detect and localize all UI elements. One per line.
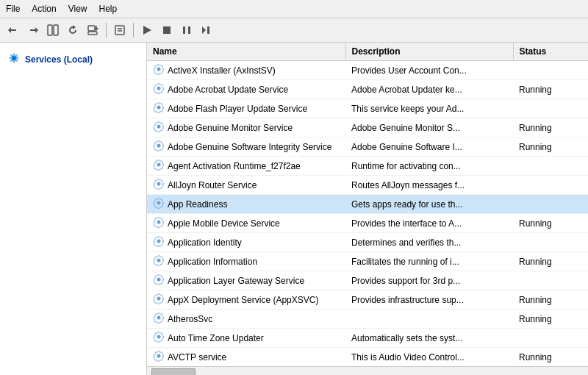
svg-point-23 <box>157 125 161 129</box>
table-row[interactable]: AVCTP serviceThis is Audio Video Control… <box>147 348 588 367</box>
svg-rect-15 <box>183 26 185 34</box>
table-row[interactable]: Adobe Acrobat Update ServiceAdobe Acroba… <box>147 80 588 99</box>
service-description: Adobe Genuine Monitor S... <box>345 118 513 138</box>
svg-point-33 <box>157 316 161 320</box>
menu-file[interactable]: File <box>0 2 26 15</box>
service-description: Provides User Account Con... <box>345 61 513 80</box>
service-description: Adobe Genuine Software I... <box>345 138 513 157</box>
service-name-wrapper: Auto Time Zone Updater <box>153 331 340 345</box>
back-button[interactable] <box>4 21 22 39</box>
service-description: Determines and verifies th... <box>345 233 513 252</box>
service-gear-icon <box>153 63 165 77</box>
svg-rect-14 <box>163 26 171 34</box>
service-name-text: Adobe Acrobat Update Service <box>168 85 288 95</box>
table-row[interactable]: ActiveX Installer (AxInstSV)Provides Use… <box>147 61 588 80</box>
service-name-text: AppX Deployment Service (AppXSVC) <box>168 295 318 305</box>
service-status: Running <box>513 290 588 310</box>
show-hide-icon <box>47 24 59 36</box>
table-row[interactable]: Auto Time Zone UpdaterAutomatically sets… <box>147 329 588 348</box>
svg-rect-5 <box>54 25 58 35</box>
table-row[interactable]: AllJoyn Router ServiceRoutes AllJoyn mes… <box>147 176 588 195</box>
table-row[interactable]: Application InformationFacilitates the r… <box>147 252 588 271</box>
service-description: Adobe Acrobat Updater ke... <box>345 80 513 99</box>
show-hide-button[interactable] <box>44 21 62 39</box>
service-name-cell: Application Identity <box>147 233 345 252</box>
table-row[interactable]: AtherosSvcRunning <box>147 310 588 329</box>
service-gear-icon <box>153 293 165 307</box>
start-icon <box>142 25 152 35</box>
table-row[interactable]: Adobe Flash Player Update ServiceThis se… <box>147 99 588 118</box>
menu-action[interactable]: Action <box>26 2 62 15</box>
main-container: Services (Local) Name Description Status… <box>0 43 588 375</box>
menu-help[interactable]: Help <box>93 2 123 15</box>
start-service-button[interactable] <box>138 21 156 39</box>
service-description: Runtime for activating con... <box>345 157 513 176</box>
service-gear-icon <box>153 254 165 268</box>
table-header-row: Name Description Status <box>147 43 588 61</box>
table-row[interactable]: Adobe Genuine Software Integrity Service… <box>147 138 588 157</box>
service-gear-icon <box>153 331 165 345</box>
horizontal-scrollbar[interactable] <box>147 366 588 375</box>
svg-point-22 <box>157 106 161 110</box>
menu-view[interactable]: View <box>62 2 93 15</box>
service-name-cell: AppX Deployment Service (AppXSVC) <box>147 290 345 310</box>
service-name-wrapper: Application Identity <box>153 235 340 249</box>
properties-button[interactable] <box>111 21 129 39</box>
refresh-button[interactable] <box>64 21 82 39</box>
service-description: Provides infrastructure sup... <box>345 290 513 310</box>
back-icon <box>7 24 19 36</box>
table-row[interactable]: Application Layer Gateway ServiceProvide… <box>147 271 588 290</box>
service-gear-icon <box>153 350 165 364</box>
table-row[interactable]: Agent Activation Runtime_f27f2aeRuntime … <box>147 157 588 176</box>
service-name-wrapper: ActiveX Installer (AxInstSV) <box>153 63 340 77</box>
service-gear-icon <box>153 140 165 154</box>
service-name-cell: Apple Mobile Device Service <box>147 214 345 233</box>
service-name-cell: Adobe Flash Player Update Service <box>147 99 345 118</box>
service-gear-icon <box>153 101 165 115</box>
service-name-wrapper: AppX Deployment Service (AppXSVC) <box>153 293 340 307</box>
svg-marker-3 <box>35 27 38 33</box>
services-table: Name Description Status ActiveX Installe… <box>147 43 588 366</box>
table-row[interactable]: Adobe Genuine Monitor ServiceAdobe Genui… <box>147 118 588 138</box>
stop-service-button[interactable] <box>158 21 176 39</box>
table-row[interactable]: Application IdentityDetermines and verif… <box>147 233 588 252</box>
forward-button[interactable] <box>24 21 42 39</box>
service-name-text: Apple Mobile Device Service <box>168 218 280 229</box>
svg-point-28 <box>157 221 161 224</box>
hscroll-thumb[interactable] <box>151 368 196 376</box>
column-header-status[interactable]: Status <box>513 43 588 61</box>
pause-service-button[interactable] <box>178 21 196 39</box>
table-row[interactable]: AppX Deployment Service (AppXSVC)Provide… <box>147 290 588 310</box>
service-name-wrapper: AllJoyn Router Service <box>153 178 340 192</box>
svg-point-30 <box>157 259 161 262</box>
service-name-wrapper: Adobe Flash Player Update Service <box>153 101 340 115</box>
service-name-cell: AtherosSvc <box>147 310 345 329</box>
svg-point-20 <box>157 68 161 71</box>
svg-point-27 <box>157 201 161 205</box>
column-header-description[interactable]: Description <box>345 43 513 61</box>
table-row[interactable]: App ReadinessGets apps ready for use th.… <box>147 195 588 214</box>
service-name-text: AtherosSvc <box>168 314 212 324</box>
svg-point-29 <box>157 240 161 243</box>
column-header-name[interactable]: Name <box>147 43 345 61</box>
service-name-cell: AVCTP service <box>147 348 345 367</box>
stop-icon <box>162 25 172 35</box>
service-description: Routes AllJoyn messages f... <box>345 176 513 195</box>
table-row[interactable]: Apple Mobile Device ServiceProvides the … <box>147 214 588 233</box>
service-status <box>513 99 588 118</box>
svg-point-34 <box>157 335 161 339</box>
service-name-wrapper: Adobe Acrobat Update Service <box>153 82 340 96</box>
sidebar-item-label: Services (Local) <box>25 54 93 65</box>
sidebar-item-services-local[interactable]: Services (Local) <box>3 49 143 71</box>
service-name-cell: Application Information <box>147 252 345 271</box>
svg-rect-18 <box>207 26 209 34</box>
export-button[interactable] <box>84 21 101 39</box>
service-name-text: Agent Activation Runtime_f27f2ae <box>168 161 301 171</box>
resume-service-button[interactable] <box>198 21 215 39</box>
refresh-icon <box>67 24 79 36</box>
services-scroll[interactable]: Name Description Status ActiveX Installe… <box>147 43 588 366</box>
service-name-wrapper: Application Information <box>153 254 340 268</box>
service-name-cell: ActiveX Installer (AxInstSV) <box>147 61 345 80</box>
service-name-text: Application Information <box>168 257 257 267</box>
svg-point-24 <box>157 144 161 148</box>
